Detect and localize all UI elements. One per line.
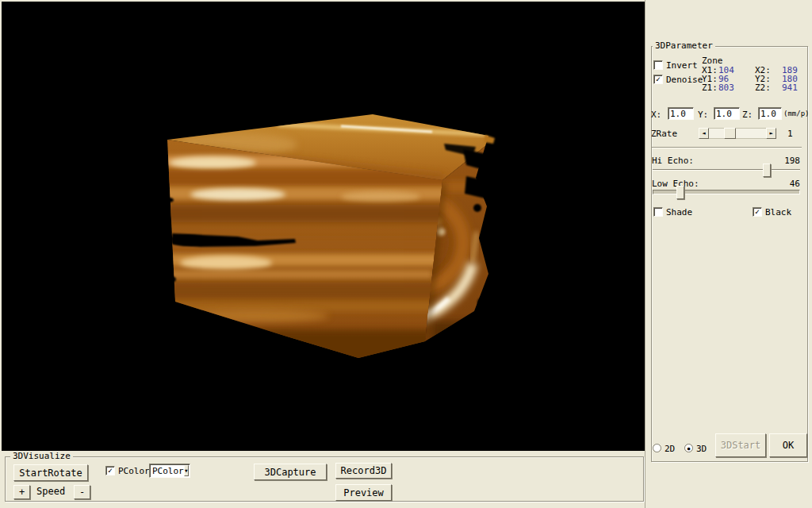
pcolor-dropdown[interactable]: PColor ▼	[149, 464, 190, 478]
shade-checkbox[interactable]	[653, 207, 663, 217]
speed-plus-button[interactable]: +	[13, 485, 30, 499]
mode-3d-label: 3D	[696, 444, 707, 453]
scale-unit-label: (mm/p)	[783, 110, 810, 118]
invert-label: Invert	[666, 61, 698, 70]
preview-button[interactable]: Preview	[335, 484, 392, 501]
radio-dot-icon: ●	[688, 445, 691, 451]
pcolor-checkbox[interactable]: ✓	[105, 466, 115, 475]
record3d-button[interactable]: Record3D	[335, 463, 392, 479]
separator-line	[652, 147, 802, 148]
denoise-label: Denoise	[666, 75, 703, 84]
black-label: Black	[765, 208, 791, 217]
dropdown-arrow-icon[interactable]: ▼	[184, 465, 189, 476]
zone-z1-value: 803	[718, 83, 734, 92]
mode-2d-label: 2D	[665, 444, 675, 453]
mode-3d-radio[interactable]: ●	[684, 444, 693, 452]
zrate-scrollbar[interactable]: ◄ ►	[699, 128, 776, 139]
volume-render-3d	[2, 2, 645, 451]
hi-echo-slider-track[interactable]	[653, 169, 800, 171]
zone-z2-label: Z2:	[755, 83, 771, 92]
start-rotate-button[interactable]: StartRotate	[13, 464, 88, 481]
zrate-value: 1	[787, 129, 793, 138]
zrate-scrollbar-thumb[interactable]	[724, 128, 736, 139]
scale-x-input[interactable]	[668, 107, 694, 120]
invert-checkbox[interactable]	[653, 60, 663, 70]
checkmark-icon: ✓	[656, 75, 661, 83]
speed-label: Speed	[36, 487, 65, 496]
hi-echo-slider-thumb[interactable]	[763, 164, 771, 177]
low-echo-slider[interactable]	[653, 186, 800, 199]
zone-z2-value: 941	[782, 83, 798, 92]
pcolor-dropdown-value: PColor	[150, 466, 184, 476]
zone-z1-label: Z1:	[702, 83, 718, 92]
speed-minus-button[interactable]: -	[74, 485, 90, 499]
scroll-right-icon[interactable]: ►	[766, 128, 776, 139]
scale-x-label: X:	[651, 110, 661, 119]
checkmark-icon: ✓	[108, 466, 113, 475]
mode-2d-radio[interactable]	[653, 444, 661, 452]
3dstart-button[interactable]: 3DStart	[715, 433, 766, 457]
parameter-group-title: 3DParameter	[653, 41, 715, 50]
low-echo-slider-track[interactable]	[653, 190, 800, 194]
low-echo-slider-thumb[interactable]	[676, 186, 684, 199]
checkmark-icon: ✓	[755, 207, 760, 216]
scale-y-input[interactable]	[714, 107, 740, 120]
ultrasound-3d-app-window: { "colors": { "panel_bg": "#ece9d8", "vi…	[0, 0, 812, 508]
denoise-checkbox[interactable]: ✓	[653, 75, 663, 84]
ok-button[interactable]: OK	[769, 433, 807, 457]
scale-y-label: Y:	[698, 110, 708, 119]
zrate-label: ZRate	[651, 129, 677, 138]
visualize-group-title: 3DVisualize	[10, 452, 73, 460]
scale-z-input[interactable]	[758, 107, 782, 120]
scroll-left-icon[interactable]: ◄	[699, 128, 709, 139]
hi-echo-slider[interactable]	[653, 164, 800, 177]
scale-z-label: Z:	[742, 110, 753, 119]
3dcapture-button[interactable]: 3DCapture	[254, 464, 327, 480]
zone-title: Zone	[702, 56, 723, 65]
parameter-panel: 3DParameter Invert ✓ Denoise Zone X1: 10…	[645, 0, 812, 508]
visualize-panel: 3DVisualize StartRotate ✓ PColor PColor …	[0, 451, 645, 508]
render-viewport[interactable]	[2, 2, 645, 451]
pcolor-label: PColor	[118, 467, 150, 475]
shade-label: Shade	[666, 208, 692, 217]
black-checkbox[interactable]: ✓	[753, 207, 762, 217]
